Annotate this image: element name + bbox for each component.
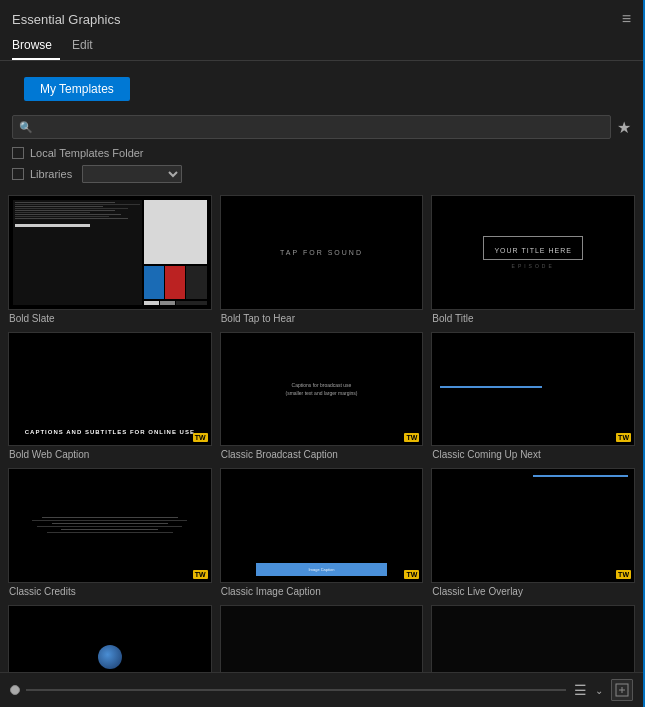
bottom-bar: ☰ ⌄	[0, 672, 643, 707]
libraries-checkbox[interactable]	[12, 168, 24, 180]
episode-label: EPISODE	[512, 263, 555, 269]
template-thumb-live-overlay: TW	[431, 468, 635, 583]
tab-edit[interactable]: Edit	[72, 34, 101, 60]
title-content: YOUR TITLE HERE EPISODE	[432, 196, 634, 309]
my-templates-area: My Templates	[0, 69, 643, 115]
title-box: YOUR TITLE HERE	[483, 236, 583, 260]
search-box[interactable]: 🔍	[12, 115, 611, 139]
menu-icon[interactable]: ≡	[622, 10, 631, 28]
empty1-content	[221, 606, 423, 672]
imagecap-text: Image Caption	[308, 567, 334, 572]
webcaption-text: CAPTIONS AND SUBTITLES FOR ONLINE USE	[25, 429, 195, 435]
template-live-overlay[interactable]: TW Classic Live Overlay	[431, 468, 635, 597]
search-row: 🔍 ★	[0, 115, 643, 139]
title-text: YOUR TITLE HERE	[494, 247, 572, 254]
tw-badge-credits: TW	[193, 570, 208, 579]
templates-grid-container: Bold Slate TAP FOR SOUND Bold Tap to Hea…	[0, 191, 643, 672]
template-image-caption[interactable]: Image Caption TW Classic Image Caption	[220, 468, 424, 597]
template-thumb-bold-title: YOUR TITLE HERE EPISODE	[431, 195, 635, 310]
tabs-row: Browse Edit	[0, 34, 643, 61]
template-thumb-coming-next: TW	[431, 332, 635, 447]
template-name-broadcast: Classic Broadcast Caption	[220, 449, 424, 460]
template-thumb-logo: LOGOTYPE TW	[8, 605, 212, 672]
my-templates-button[interactable]: My Templates	[24, 77, 130, 101]
tab-browse[interactable]: Browse	[12, 34, 60, 60]
template-thumb-empty-2: TW	[431, 605, 635, 672]
coming-content	[432, 333, 634, 446]
template-empty-1[interactable]: TW	[220, 605, 424, 672]
template-thumb-image-caption: Image Caption TW	[220, 468, 424, 583]
broadcast-content: Captions for broadcast use (smaller text…	[221, 333, 423, 446]
libraries-row: Libraries	[0, 163, 643, 185]
template-name-live: Classic Live Overlay	[431, 586, 635, 597]
template-name-bold-slate: Bold Slate	[8, 313, 212, 324]
coming-bar	[440, 386, 542, 388]
list-view-icon[interactable]: ☰	[574, 682, 587, 698]
template-thumb-bold-slate	[8, 195, 212, 310]
tw-badge-web: TW	[193, 433, 208, 442]
tw-badge-coming: TW	[616, 433, 631, 442]
imagecap-bar: Image Caption	[256, 563, 387, 576]
slate-content	[9, 196, 211, 309]
local-templates-label: Local Templates Folder	[30, 147, 144, 159]
tap-content: TAP FOR SOUND	[221, 196, 423, 309]
panel-header: Essential Graphics ≡	[0, 0, 643, 34]
template-name-bold-web: Bold Web Caption	[8, 449, 212, 460]
template-name-coming: Classic Coming Up Next	[431, 449, 635, 460]
libraries-dropdown[interactable]	[82, 165, 182, 183]
credits-content	[9, 469, 211, 582]
panel-title: Essential Graphics	[12, 12, 120, 27]
template-name-bold-tap: Bold Tap to Hear	[220, 313, 424, 324]
slider-container	[10, 685, 566, 695]
template-thumb-bold-web: CAPTIONS AND SUBTITLES FOR ONLINE USE TW	[8, 332, 212, 447]
essential-graphics-panel: Essential Graphics ≡ Browse Edit My Temp…	[0, 0, 645, 707]
template-name-bold-title: Bold Title	[431, 313, 635, 324]
live-bar	[533, 475, 628, 477]
template-bold-title[interactable]: YOUR TITLE HERE EPISODE Bold Title	[431, 195, 635, 324]
tap-label: TAP FOR SOUND	[280, 249, 363, 256]
slate-left	[13, 200, 142, 305]
empty2-content	[432, 606, 634, 672]
template-name-credits: Classic Credits	[8, 586, 212, 597]
template-thumb-empty-1: TW	[220, 605, 424, 672]
template-thumb-credits: TW	[8, 468, 212, 583]
slate-right	[144, 200, 207, 305]
tw-badge-broadcast: TW	[404, 433, 419, 442]
template-logo[interactable]: LOGOTYPE TW Classic Logo	[8, 605, 212, 672]
new-item-icon	[615, 683, 629, 697]
logo-circle	[98, 645, 122, 669]
logo-content: LOGOTYPE	[9, 606, 211, 672]
tw-badge-live: TW	[616, 570, 631, 579]
template-bold-slate[interactable]: Bold Slate	[8, 195, 212, 324]
template-thumb-bold-tap: TAP FOR SOUND	[220, 195, 424, 310]
template-broadcast[interactable]: Captions for broadcast use (smaller text…	[220, 332, 424, 461]
template-bold-web-caption[interactable]: CAPTIONS AND SUBTITLES FOR ONLINE USE TW…	[8, 332, 212, 461]
new-item-button[interactable]	[611, 679, 633, 701]
local-templates-checkbox[interactable]	[12, 147, 24, 159]
template-coming-next[interactable]: TW Classic Coming Up Next	[431, 332, 635, 461]
slider-track	[26, 689, 566, 691]
broadcast-text-block: Captions for broadcast use (smaller text…	[286, 381, 358, 397]
libraries-label: Libraries	[30, 168, 72, 180]
templates-grid: Bold Slate TAP FOR SOUND Bold Tap to Hea…	[8, 195, 635, 672]
slider-handle[interactable]	[10, 685, 20, 695]
template-thumb-broadcast: Captions for broadcast use (smaller text…	[220, 332, 424, 447]
template-empty-2[interactable]: TW	[431, 605, 635, 672]
template-bold-tap[interactable]: TAP FOR SOUND Bold Tap to Hear	[220, 195, 424, 324]
bottom-icons: ☰ ⌄	[574, 682, 603, 698]
local-templates-row: Local Templates Folder	[0, 145, 643, 161]
search-icon: 🔍	[19, 121, 33, 134]
webcaption-content: CAPTIONS AND SUBTITLES FOR ONLINE USE	[9, 333, 211, 446]
chevron-down-icon[interactable]: ⌄	[595, 685, 603, 696]
template-credits[interactable]: TW Classic Credits	[8, 468, 212, 597]
template-name-imagecap: Classic Image Caption	[220, 586, 424, 597]
liveoverlay-content	[432, 469, 634, 582]
tw-badge-imagecap: TW	[404, 570, 419, 579]
imagecap-content: Image Caption	[221, 469, 423, 582]
favorites-star-icon[interactable]: ★	[617, 118, 631, 137]
